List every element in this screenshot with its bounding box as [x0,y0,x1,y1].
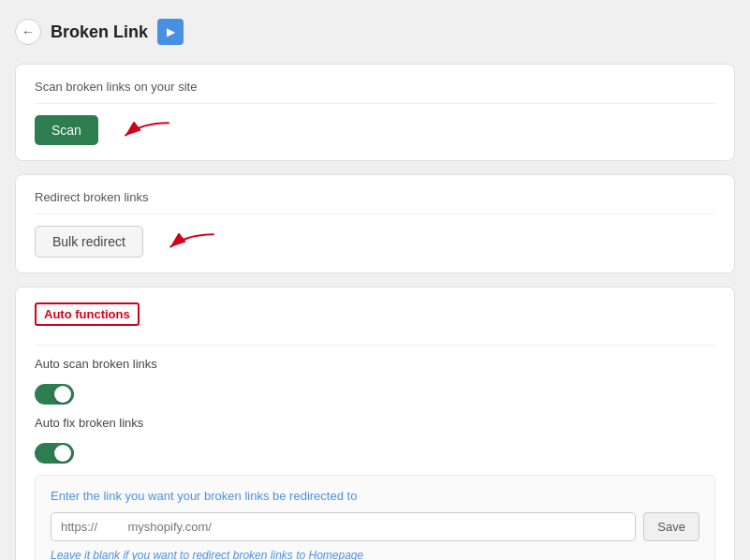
play-button[interactable] [157,19,184,45]
scan-button[interactable]: Scan [35,115,98,145]
auto-scan-row: Auto scan broken links [35,357,715,405]
redirect-card: Redirect broken links Bulk redirect [15,174,735,273]
auto-functions-label: Auto functions [35,302,140,326]
redirect-card-title: Redirect broken links [35,190,715,214]
scan-arrow-annotation [117,116,173,144]
auto-fix-toggle[interactable] [35,443,74,464]
auto-scan-toggle[interactable] [35,384,74,405]
auto-fix-label: Auto fix broken links [35,416,715,430]
auto-fix-row: Auto fix broken links [35,416,715,464]
redirect-url-box: Enter the link you want your broken link… [35,475,715,560]
redirect-label-before: Enter the [51,489,103,503]
save-button[interactable]: Save [643,512,699,541]
redirect-input-row: Save [51,512,699,541]
redirect-box-label: Enter the link you want your broken link… [51,489,699,503]
redirect-label-after: you want your broken links be redirected… [122,489,357,503]
page-title: Broken Link [51,22,148,42]
redirect-url-input[interactable] [51,512,636,541]
bulk-redirect-button[interactable]: Bulk redirect [35,226,143,258]
redirect-hint: Leave it blank if you want to redirect b… [51,549,699,560]
auto-functions-title-badge: Auto functions [35,302,715,337]
scan-card-title: Scan broken links on your site [35,80,715,104]
bulk-redirect-row: Bulk redirect [35,226,715,258]
back-button[interactable]: ← [15,19,41,45]
redirect-label-link: link [103,489,122,503]
header: ← Broken Link [15,15,735,49]
auto-functions-card: Auto functions Auto scan broken links Au… [15,287,735,560]
back-icon: ← [22,24,35,39]
bulk-redirect-arrow-annotation [162,228,218,256]
scan-card: Scan broken links on your site Scan [15,64,735,161]
scan-row: Scan [35,115,715,145]
auto-scan-label: Auto scan broken links [35,357,715,371]
divider [35,345,715,346]
